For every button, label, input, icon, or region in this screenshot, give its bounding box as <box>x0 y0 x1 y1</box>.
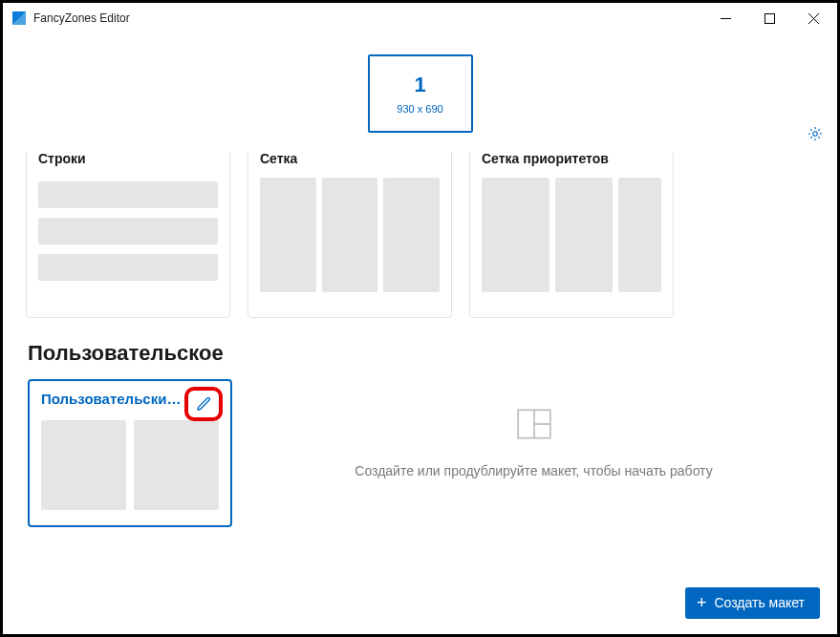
custom-layout-card[interactable]: Пользовательский… <box>28 379 232 527</box>
svg-rect-1 <box>765 13 774 23</box>
minimize-button[interactable] <box>703 4 747 32</box>
plus-icon: + <box>697 596 707 609</box>
template-preview <box>482 178 661 292</box>
monitor-resolution: 930 x 690 <box>397 103 442 115</box>
zone <box>482 178 549 292</box>
template-title: Сетка приоритетов <box>482 152 661 168</box>
app-icon <box>12 11 26 25</box>
template-title: Сетка <box>260 152 440 168</box>
minimize-icon <box>721 13 731 24</box>
zone <box>134 420 219 510</box>
zone <box>41 420 126 510</box>
template-card-grid[interactable]: Сетка <box>248 152 452 318</box>
close-icon <box>808 13 819 24</box>
settings-button[interactable] <box>805 123 826 144</box>
templates-row: Строки Сетка Сетка приоритетов <box>3 152 837 318</box>
layout-icon <box>514 404 554 444</box>
monitor-number: 1 <box>414 73 425 97</box>
create-button-label: Создать макет <box>714 595 805 610</box>
zone <box>555 178 612 292</box>
gear-icon <box>807 125 824 142</box>
empty-state-text: Создайте или продублируйте макет, чтобы … <box>355 463 712 478</box>
maximize-icon <box>765 13 775 24</box>
zone <box>38 181 218 208</box>
template-preview <box>38 178 218 292</box>
zone <box>260 178 316 292</box>
svg-point-4 <box>813 132 818 137</box>
monitor-selector-area: 1 930 x 690 <box>3 33 837 148</box>
titlebar: FancyZones Editor <box>3 3 837 33</box>
template-preview <box>260 178 440 292</box>
custom-section-title: Пользовательское <box>3 318 837 379</box>
maximize-button[interactable] <box>747 4 791 32</box>
zone <box>618 178 661 292</box>
pencil-icon <box>195 395 212 413</box>
zone <box>322 178 378 292</box>
template-card-rows[interactable]: Строки <box>26 152 230 318</box>
create-layout-button[interactable]: + Создать макет <box>685 587 820 619</box>
window-title: FancyZones Editor <box>33 11 130 25</box>
custom-layout-title: Пользовательский… <box>41 391 184 407</box>
zone <box>38 254 218 281</box>
edit-layout-button[interactable] <box>184 387 223 421</box>
monitor-card[interactable]: 1 930 x 690 <box>368 54 473 133</box>
zone <box>383 178 440 292</box>
template-title: Строки <box>38 152 218 168</box>
custom-layout-preview <box>41 420 219 510</box>
template-card-priority[interactable]: Сетка приоритетов <box>469 152 674 318</box>
empty-state: Создайте или продублируйте макет, чтобы … <box>255 379 812 478</box>
custom-layouts-row: Пользовательский… Создайте или продублир… <box>3 379 837 527</box>
zone <box>38 218 218 244</box>
close-button[interactable] <box>791 4 835 32</box>
